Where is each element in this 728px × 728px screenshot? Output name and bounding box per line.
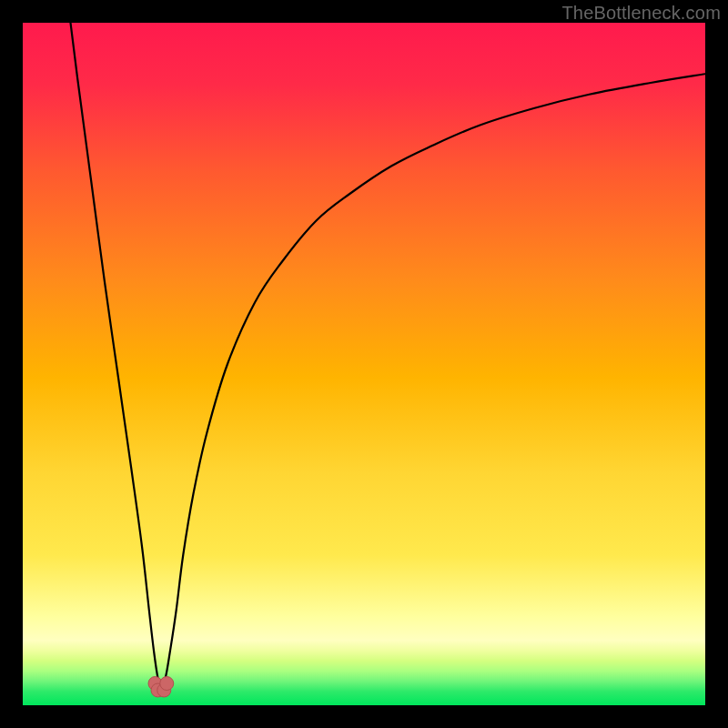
min-markers	[148, 677, 174, 698]
gradient-background	[23, 23, 705, 705]
min-marker	[160, 677, 174, 691]
chart-svg	[23, 23, 705, 705]
chart-frame	[23, 23, 705, 705]
attribution-text: TheBottleneck.com	[561, 3, 721, 24]
